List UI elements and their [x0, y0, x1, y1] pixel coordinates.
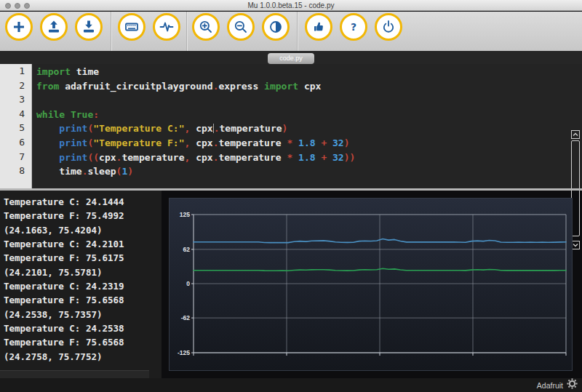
code-token: cpx — [304, 81, 321, 92]
code-token — [190, 123, 196, 134]
new-button[interactable] — [5, 13, 33, 41]
code-token: temperature — [218, 152, 281, 163]
line-number: 1 — [0, 64, 31, 79]
line-number: 4 — [0, 107, 31, 121]
code-token — [298, 81, 304, 92]
code-token: temperature — [218, 137, 281, 148]
statusbar: Adafruit — [0, 378, 582, 392]
serial-console[interactable]: Temperature C: 24.1444Temperature F: 75.… — [0, 191, 162, 378]
code-token — [36, 166, 59, 177]
code-token: print — [59, 137, 87, 148]
code-token: (( — [87, 152, 99, 163]
gear-icon[interactable] — [567, 378, 578, 392]
tabbar: code.py — [0, 51, 582, 64]
y-tick-label: 0 — [186, 280, 190, 287]
code-token: 1.8 — [298, 152, 315, 163]
code-token — [36, 152, 59, 163]
code-token: ) — [344, 137, 350, 148]
question-icon: ? — [346, 20, 361, 34]
code-lines[interactable]: import timefrom adafruit_circuitplaygrou… — [32, 64, 567, 188]
code-token: "Temperature C:" — [93, 123, 184, 134]
console-line: Temperature F: 75.4992 — [0, 209, 162, 223]
code-token: ) — [127, 166, 133, 177]
console-lines: Temperature C: 24.1444Temperature F: 75.… — [0, 191, 162, 364]
code-token — [327, 152, 332, 163]
code-token: adafruit_circuitplayground — [65, 81, 213, 92]
console-line: Temperature F: 75.6568 — [0, 335, 162, 349]
console-line: (24.2538, 75.7357) — [0, 308, 162, 321]
board-status-label: Adafruit — [537, 381, 563, 390]
console-line: Temperature F: 75.6568 — [0, 293, 162, 307]
line-number: 3 — [0, 92, 31, 107]
tab-code-py[interactable]: code.py — [268, 53, 314, 64]
titlebar: Mu 1.0.0.beta.15 - code.py — [0, 0, 582, 11]
code-line[interactable]: from adafruit_circuitplayground.express … — [36, 79, 567, 94]
code-token: time — [59, 166, 81, 177]
code-token — [71, 66, 76, 77]
code-token: 1.8 — [298, 137, 315, 148]
code-line[interactable]: print("Temperature F:", cpx.temperature … — [36, 136, 567, 151]
keyboard-icon — [124, 20, 139, 34]
code-token: print — [59, 152, 87, 163]
code-token: time — [76, 66, 99, 77]
editor-scroll-up-button[interactable] — [571, 130, 580, 139]
code-line[interactable]: print("Temperature C:", cpx.temperature) — [36, 121, 567, 136]
code-token: 32 — [332, 137, 344, 148]
line-number: 7 — [0, 150, 31, 164]
console-line: Temperature F: 75.6175 — [0, 251, 162, 265]
plotter-button[interactable] — [153, 13, 180, 41]
code-token: while — [36, 109, 65, 120]
plus-icon — [12, 20, 26, 34]
upload-icon — [47, 20, 61, 34]
serial-button[interactable] — [118, 13, 146, 41]
code-line[interactable]: while True: — [36, 108, 567, 122]
code-token: : — [93, 109, 99, 120]
quit-button[interactable] — [375, 13, 402, 41]
console-line: Temperature C: 24.2101 — [0, 237, 162, 251]
check-button[interactable] — [305, 13, 332, 41]
code-token — [258, 81, 264, 92]
code-token — [292, 152, 298, 163]
save-button[interactable] — [75, 13, 103, 41]
code-token: temperature — [121, 152, 184, 163]
help-button[interactable]: ? — [340, 13, 367, 41]
load-button[interactable] — [40, 13, 68, 41]
zoom-out-button[interactable] — [227, 13, 255, 41]
code-line[interactable]: print((cpx.temperature, cpx.temperature … — [36, 151, 567, 165]
code-editor[interactable]: 12345678 import timefrom adafruit_circui… — [0, 64, 582, 188]
thumbs-up-icon — [311, 20, 326, 34]
code-line[interactable]: import time — [36, 65, 567, 79]
code-token: "Temperature F:" — [93, 137, 184, 148]
code-token — [65, 109, 71, 120]
zoom-in-button[interactable] — [192, 13, 220, 41]
waveform-icon — [159, 20, 174, 34]
magnifier-minus-icon — [234, 20, 248, 34]
toolbar-separator — [186, 12, 187, 51]
console-hscrollbar[interactable] — [0, 370, 149, 378]
window-title: Mu 1.0.0.beta.15 - code.py — [0, 1, 582, 9]
code-token — [36, 123, 59, 134]
code-token: )) — [344, 152, 356, 163]
code-line[interactable]: time.sleep(1) — [36, 164, 567, 179]
code-token: True — [71, 109, 93, 120]
y-tick-label: 125 — [180, 211, 190, 218]
code-token: cpx — [99, 152, 116, 163]
plotter-svg: 125620-62-125 — [170, 199, 572, 370]
code-line[interactable] — [36, 93, 567, 108]
console-line: (24.1663, 75.4204) — [0, 223, 162, 237]
toolbar-separator — [297, 12, 298, 51]
console-line: Temperature C: 24.2319 — [0, 279, 162, 293]
code-token: sleep — [87, 166, 116, 177]
contrast-icon — [268, 20, 283, 34]
gutter: 12345678 — [0, 64, 32, 188]
code-token: import — [264, 81, 298, 92]
theme-button[interactable] — [262, 13, 290, 41]
y-tick-label: -125 — [178, 349, 190, 356]
code-token: express — [218, 81, 258, 92]
download-icon — [81, 20, 96, 34]
plotter-panel: 125620-62-125 — [169, 198, 573, 371]
line-number: 2 — [0, 79, 31, 93]
console-line: Temperature C: 24.1444 — [0, 195, 162, 209]
line-number: 5 — [0, 121, 31, 135]
console-line: (24.2101, 75.5781) — [0, 265, 162, 279]
